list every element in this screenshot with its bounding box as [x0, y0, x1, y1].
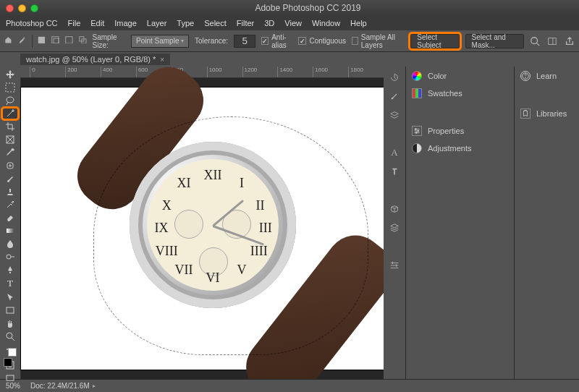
- blur-tool[interactable]: [3, 239, 17, 249]
- align-icon[interactable]: [389, 260, 400, 270]
- zoom-level[interactable]: 50%: [6, 382, 20, 390]
- svg-point-12: [7, 97, 14, 103]
- doc-size[interactable]: Doc: 22.4M/21.6M▸: [30, 382, 96, 390]
- layers-panel-icon[interactable]: [389, 110, 400, 120]
- menu-filter[interactable]: Filter: [237, 19, 254, 27]
- svg-rect-3: [54, 38, 59, 43]
- lasso-tool[interactable]: [3, 95, 17, 106]
- layer-comps-icon[interactable]: [389, 223, 400, 233]
- selection-subtract-icon[interactable]: [65, 36, 73, 46]
- home-icon[interactable]: [4, 36, 12, 46]
- brush-tool[interactable]: [3, 174, 17, 184]
- hand-tool[interactable]: [3, 318, 17, 328]
- character-panel-icon[interactable]: A: [389, 148, 400, 158]
- tolerance-label: Tolerance:: [195, 37, 228, 45]
- brush-panel-icon[interactable]: [389, 91, 400, 101]
- contiguous-checkbox[interactable]: Contiguous: [298, 37, 346, 45]
- learn-icon: [520, 71, 531, 81]
- package-icon[interactable]: [389, 204, 400, 214]
- tolerance-input[interactable]: [234, 35, 255, 48]
- menu-3d[interactable]: 3D: [264, 19, 274, 27]
- color-panel[interactable]: Color: [412, 71, 508, 81]
- magic-wand-tool[interactable]: [3, 108, 17, 119]
- status-bar: 50% Doc: 22.4M/21.6M▸: [0, 379, 579, 392]
- svg-rect-1: [38, 36, 45, 43]
- path-selection-tool[interactable]: [3, 292, 17, 302]
- options-bar: Sample Size: Point Sample▾ Tolerance: An…: [0, 30, 579, 52]
- tool-preset-icon[interactable]: [18, 36, 26, 46]
- svg-rect-4: [66, 36, 72, 43]
- pen-tool[interactable]: [3, 265, 17, 275]
- adjustments-icon: [412, 143, 422, 153]
- svg-point-33: [415, 132, 418, 134]
- zoom-tool[interactable]: [3, 331, 17, 341]
- document-tabstrip: watch.jpg @ 50% (Layer 0, RGB/8) * ×: [0, 52, 579, 67]
- history-brush-tool[interactable]: [3, 200, 17, 210]
- menu-help[interactable]: Help: [350, 19, 367, 27]
- menu-edit[interactable]: Edit: [90, 19, 104, 27]
- learn-panel[interactable]: Learn: [520, 71, 573, 81]
- menu-window[interactable]: Window: [312, 19, 340, 27]
- canvas-stage[interactable]: XII I II III IIII V VI VII VIII IX X XI: [21, 78, 384, 379]
- move-tool[interactable]: [3, 69, 17, 80]
- selection-add-icon[interactable]: [51, 36, 59, 46]
- crop-tool[interactable]: [3, 122, 17, 132]
- selection-intersect-icon[interactable]: [79, 36, 87, 46]
- menu-type[interactable]: Type: [177, 19, 194, 27]
- menu-view[interactable]: View: [284, 19, 302, 27]
- clone-stamp-tool[interactable]: [3, 187, 17, 197]
- sample-size-dropdown[interactable]: Point Sample▾: [131, 35, 189, 48]
- paragraph-panel-icon[interactable]: [389, 166, 400, 176]
- anti-alias-checkbox[interactable]: Anti-alias: [261, 33, 292, 49]
- healing-brush-tool[interactable]: [3, 161, 17, 171]
- app-menubar: Photoshop CC File Edit Image Layer Type …: [0, 16, 579, 30]
- menu-image[interactable]: Image: [114, 19, 137, 27]
- right-icon-dock: A: [384, 67, 405, 379]
- workspace-icon[interactable]: [547, 36, 557, 46]
- rectangle-tool[interactable]: [3, 305, 17, 315]
- gradient-tool[interactable]: [3, 226, 17, 236]
- properties-panel[interactable]: Properties: [412, 126, 508, 136]
- adjustments-panel[interactable]: Adjustments: [412, 143, 508, 153]
- svg-point-20: [7, 255, 11, 259]
- document-tab-label: watch.jpg @ 50% (Layer 0, RGB/8) *: [26, 55, 156, 64]
- svg-line-8: [537, 43, 540, 46]
- frame-tool[interactable]: [3, 135, 17, 145]
- search-icon[interactable]: [530, 36, 540, 46]
- select-subject-button[interactable]: Select Subject: [410, 34, 459, 48]
- eyedropper-tool[interactable]: [3, 148, 17, 158]
- close-window-icon[interactable]: [6, 4, 14, 12]
- menu-photoshop[interactable]: Photoshop CC: [6, 19, 58, 27]
- document-tab[interactable]: watch.jpg @ 50% (Layer 0, RGB/8) * ×: [20, 54, 170, 65]
- minimize-window-icon[interactable]: [18, 4, 26, 12]
- eraser-tool[interactable]: [3, 213, 17, 223]
- dodge-tool[interactable]: [3, 252, 17, 262]
- svg-point-23: [7, 333, 12, 338]
- selection-new-icon[interactable]: [38, 36, 46, 46]
- workspace: T ⋯ 020040060080010001200140016001800: [0, 67, 579, 379]
- svg-point-35: [525, 77, 525, 78]
- right-panels: Color Swatches Properties Adjustments: [405, 67, 514, 379]
- selection-marquee: [93, 116, 368, 355]
- svg-rect-2: [52, 36, 59, 43]
- maximize-window-icon[interactable]: [30, 4, 38, 12]
- swatches-icon: [412, 88, 422, 98]
- svg-rect-11: [6, 83, 14, 92]
- ruler-horizontal: 020040060080010001200140016001800: [20, 67, 384, 78]
- type-tool[interactable]: T: [3, 278, 17, 289]
- menu-select[interactable]: Select: [204, 19, 227, 27]
- svg-rect-27: [7, 375, 14, 380]
- select-and-mask-button[interactable]: Select and Mask...: [465, 34, 524, 48]
- libraries-panel[interactable]: Libraries: [520, 108, 573, 119]
- history-icon[interactable]: [389, 72, 400, 82]
- svg-point-32: [417, 130, 419, 132]
- menu-layer[interactable]: Layer: [147, 19, 167, 27]
- window-title: Adobe Photoshop CC 2019: [43, 3, 573, 13]
- close-tab-icon[interactable]: ×: [160, 56, 164, 64]
- sample-size-label: Sample Size:: [93, 33, 125, 49]
- menu-file[interactable]: File: [68, 19, 81, 27]
- swatches-panel[interactable]: Swatches: [412, 88, 508, 98]
- share-icon[interactable]: [565, 36, 575, 46]
- marquee-tool[interactable]: [3, 82, 17, 93]
- sample-all-layers-checkbox[interactable]: Sample All Layers: [352, 33, 405, 49]
